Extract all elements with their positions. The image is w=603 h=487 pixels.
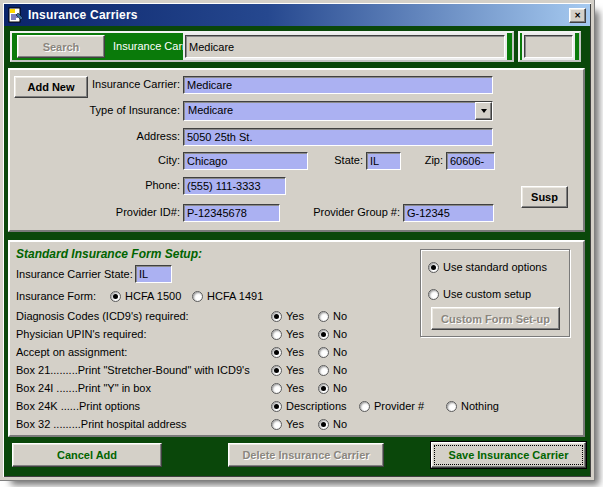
custom-form-setup-button[interactable]: Custom Form Set-up <box>431 307 560 330</box>
radio-box21-no[interactable] <box>318 365 329 376</box>
use-custom-setup-label: Use custom setup <box>443 288 531 300</box>
upin-required-label: Physician UPIN's required: <box>16 328 147 340</box>
dialog-window: Insurance Carriers ✕ Search Insurance Ca… <box>0 0 594 480</box>
box21-no-label: No <box>333 364 347 376</box>
dropdown-arrow-button[interactable] <box>475 102 492 120</box>
box21-label: Box 21.........Print "Stretcher-Bound" w… <box>16 364 250 376</box>
radio-diagnosis-yes[interactable] <box>271 311 282 322</box>
radio-use-custom-setup[interactable] <box>428 289 439 300</box>
search-panel: Search Insurance Carrier: <box>10 31 514 62</box>
city-label: City: <box>60 154 180 166</box>
options-group-box: Use standard options Use custom setup Cu… <box>420 249 570 337</box>
radio-upin-no[interactable] <box>318 329 329 340</box>
diagnosis-yes-label: Yes <box>286 310 304 322</box>
box24i-no-label: No <box>333 382 347 394</box>
upin-yes-label: Yes <box>286 328 304 340</box>
radio-box24k-descriptions[interactable] <box>271 401 282 412</box>
carrier-input[interactable] <box>183 76 493 94</box>
susp-button[interactable]: Susp <box>521 186 568 208</box>
upin-no-label: No <box>333 328 347 340</box>
radio-box24i-yes[interactable] <box>271 383 282 394</box>
type-of-insurance-value: Medicare <box>184 102 475 120</box>
box24i-yes-label: Yes <box>286 382 304 394</box>
radio-assignment-yes[interactable] <box>271 347 282 358</box>
radio-box32-no[interactable] <box>318 419 329 430</box>
box24k-descriptions-label: Descriptions <box>286 400 347 412</box>
search-carrier-input[interactable] <box>185 35 505 58</box>
diagnosis-no-label: No <box>333 310 347 322</box>
carrier-state-label: Insurance Carrier State: <box>16 268 133 280</box>
zip-input[interactable] <box>446 152 495 170</box>
address-label: Address: <box>60 130 180 142</box>
close-icon: ✕ <box>574 11 581 20</box>
hcfa-1500-label: HCFA 1500 <box>125 290 181 302</box>
app-icon <box>8 7 24 23</box>
box32-label: Box 32 .........Print hospital address <box>16 418 187 430</box>
radio-box21-yes[interactable] <box>271 365 282 376</box>
radio-box24k-provider[interactable] <box>359 401 370 412</box>
cancel-add-button[interactable]: Cancel Add <box>12 443 162 467</box>
carrier-state-input[interactable] <box>135 265 172 283</box>
provider-group-input[interactable] <box>403 204 494 222</box>
close-button[interactable]: ✕ <box>569 8 586 23</box>
box32-yes-label: Yes <box>286 418 304 430</box>
address-input[interactable] <box>183 128 493 146</box>
type-of-insurance-label: Type of Insurance: <box>60 104 180 116</box>
assignment-yes-label: Yes <box>286 346 304 358</box>
provider-id-label: Provider ID#: <box>60 206 180 218</box>
window-title: Insurance Carriers <box>28 8 138 22</box>
carrier-field-label: Insurance Carrier: <box>60 78 180 90</box>
state-label: State: <box>300 154 363 166</box>
radio-upin-yes[interactable] <box>271 329 282 340</box>
assignment-no-label: No <box>333 346 347 358</box>
provider-id-input[interactable] <box>183 204 280 222</box>
search-button[interactable]: Search <box>17 35 105 58</box>
radio-assignment-no[interactable] <box>318 347 329 358</box>
insurance-form-label: Insurance Form: <box>16 290 96 302</box>
form-setup-panel: Standard Insurance Form Setup: Insurance… <box>8 240 585 437</box>
phone-label: Phone: <box>60 179 180 191</box>
zip-label: Zip: <box>400 154 443 166</box>
radio-diagnosis-no[interactable] <box>318 311 329 322</box>
radio-hcfa-1491[interactable] <box>192 291 203 302</box>
use-standard-options-label: Use standard options <box>443 261 547 273</box>
radio-box24k-nothing[interactable] <box>446 401 457 412</box>
radio-box24i-no[interactable] <box>318 383 329 394</box>
title-bar: Insurance Carriers ✕ <box>4 4 590 26</box>
box24i-label: Box 24I .......Print "Y" in box <box>16 382 151 394</box>
box24k-provider-label: Provider # <box>374 400 424 412</box>
diagnosis-required-label: Diagnosis Codes (ICD9's) required: <box>16 310 189 322</box>
phone-input[interactable] <box>183 177 286 195</box>
type-of-insurance-select[interactable]: Medicare <box>183 101 493 121</box>
accept-assignment-label: Accept on assignment: <box>16 346 127 358</box>
delete-insurance-carrier-button[interactable]: Delete Insurance Carrier <box>228 443 384 467</box>
chevron-down-icon <box>481 109 487 113</box>
box32-no-label: No <box>333 418 347 430</box>
radio-hcfa-1500[interactable] <box>110 291 121 302</box>
box24k-label: Box 24K ......Print options <box>16 400 140 412</box>
box24k-nothing-label: Nothing <box>461 400 499 412</box>
form-setup-title: Standard Insurance Form Setup: <box>16 247 202 261</box>
save-insurance-carrier-button[interactable]: Save Insurance Carrier <box>431 442 586 468</box>
state-input[interactable] <box>366 152 401 170</box>
carrier-details-panel: Add New Insurance Carrier: Type of Insur… <box>8 68 585 232</box>
provider-group-label: Provider Group #: <box>290 206 400 218</box>
hcfa-1491-label: HCFA 1491 <box>207 290 263 302</box>
page: { "window": { "title": "Insurance Carrie… <box>0 0 603 487</box>
search-aux-input[interactable] <box>524 35 573 58</box>
radio-box32-yes[interactable] <box>271 419 282 430</box>
box21-yes-label: Yes <box>286 364 304 376</box>
search-aux-panel <box>518 31 581 62</box>
city-input[interactable] <box>183 152 308 170</box>
radio-use-standard-options[interactable] <box>428 262 439 273</box>
